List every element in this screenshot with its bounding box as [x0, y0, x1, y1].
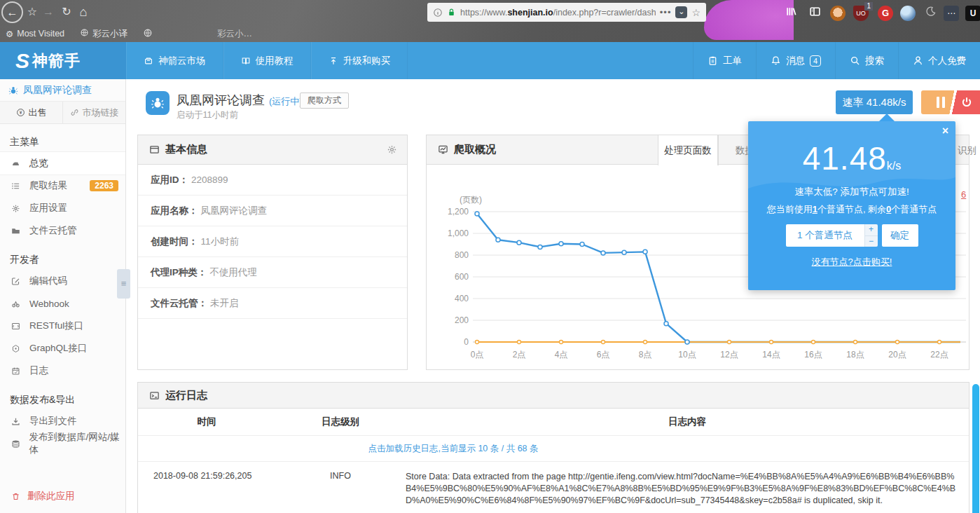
profile-icon: [913, 55, 923, 66]
pocket-icon[interactable]: ⌄: [675, 6, 687, 18]
sidebar-item-file-hosting[interactable]: 文件云托管: [0, 219, 125, 242]
sidebar-action-label: 市场链接: [83, 107, 119, 119]
info-value: 不使用代理: [209, 266, 257, 279]
reload-button[interactable]: ↻: [57, 3, 76, 21]
bookmarks-bar: ⚙Most Visited 彩云小译 彩云小…: [0, 25, 980, 42]
tab-recognition-partial[interactable]: 识别: [958, 144, 976, 157]
sidebar-item-settings[interactable]: 应用设置: [0, 197, 125, 219]
bookmark-globe[interactable]: [143, 28, 153, 40]
sidebar-section-title: 开发者: [0, 249, 125, 270]
gauge-icon: [11, 159, 22, 168]
monkey-icon[interactable]: [830, 6, 846, 21]
sidebar-toggle-icon[interactable]: [807, 6, 822, 21]
rate-button[interactable]: 速率 41.48k/s: [836, 90, 913, 114]
logo-text: 神箭手: [32, 50, 81, 71]
svg-text:18点: 18点: [846, 350, 864, 360]
app-logo[interactable]: S 神箭手: [0, 42, 126, 79]
crawl-method-button[interactable]: 爬取方式: [300, 93, 349, 109]
minus-button[interactable]: −: [865, 236, 878, 247]
sidebar-item-publish[interactable]: 发布到数据库/网站/媒体: [0, 432, 125, 455]
pause-icon[interactable]: [937, 97, 945, 108]
back-button[interactable]: ←: [1, 1, 23, 23]
sidebar-item-logs[interactable]: 日志: [0, 360, 125, 382]
scrollbar-thumb[interactable]: [972, 384, 979, 513]
rest-icon: [11, 322, 22, 331]
yen-icon: ¥: [16, 108, 25, 117]
buy-nodes-link[interactable]: 没有节点?点击购买!: [748, 256, 955, 268]
info-circle-icon[interactable]: [433, 8, 443, 18]
header-nav-label: 升级和购买: [343, 55, 391, 67]
node-count-input[interactable]: 1 个普通节点: [786, 224, 864, 247]
sidebar-action-market-link[interactable]: 市场链接: [63, 102, 125, 123]
sidebar-app-title: 凤凰网评论调查: [0, 79, 125, 102]
db-icon: [11, 439, 22, 449]
bookmark-caiyun[interactable]: 彩云小译: [80, 28, 127, 40]
header-right-label: 工单: [723, 55, 742, 67]
sidebar-item-results[interactable]: 爬取结果2263: [0, 175, 125, 197]
result-count-badge: 2263: [90, 180, 118, 191]
sidebar-collapse-handle[interactable]: ≡: [117, 269, 130, 299]
sidebar: 凤凰网评论调查 ¥出售市场链接 主菜单总览爬取结果2263应用设置文件云托管开发…: [0, 79, 126, 513]
col-level: 日志级别: [275, 416, 406, 428]
popup-hint: 速率太低? 添加节点可加速!: [748, 186, 955, 198]
info-label: 创建时间：: [151, 235, 198, 248]
star-icon[interactable]: ☆: [691, 7, 701, 18]
svg-text:20点: 20点: [888, 350, 906, 360]
page-actions-icon[interactable]: •••: [660, 7, 672, 18]
sidebar-item-webhook[interactable]: Webhook: [0, 292, 125, 315]
sidebar-item-restful[interactable]: RESTful接口: [0, 315, 125, 337]
globe-extension-icon[interactable]: [900, 6, 916, 21]
shield-icon[interactable]: UO1: [853, 6, 869, 21]
confirm-button[interactable]: 确定: [882, 224, 918, 247]
svg-text:2点: 2点: [513, 350, 526, 360]
bookmark-most-visited[interactable]: ⚙Most Visited: [6, 29, 64, 39]
log-column-headers: 时间 日志级别 日志内容: [138, 409, 969, 436]
info-value: 2208899: [191, 175, 228, 185]
plus-button[interactable]: +: [865, 224, 878, 236]
status-running: (运行中): [269, 96, 303, 107]
header-nav-upgrade[interactable]: 升级和购买: [311, 42, 408, 79]
sidebar-sections: 主菜单总览爬取结果2263应用设置文件云托管开发者编辑代码WebhookREST…: [0, 131, 125, 455]
u-box-icon[interactable]: U: [965, 6, 980, 21]
header-right-messages[interactable]: 消息4: [756, 42, 835, 79]
sidebar-item-delete[interactable]: 删除此应用: [0, 485, 125, 507]
sidebar-item-label: 爬取结果: [29, 179, 67, 192]
close-icon[interactable]: ×: [942, 125, 948, 137]
sidebar-action-sell[interactable]: ¥出售: [0, 102, 63, 123]
svg-text:8点: 8点: [639, 350, 652, 360]
home-button[interactable]: ⌂: [74, 3, 92, 21]
header-nav-market[interactable]: 神箭云市场: [126, 42, 223, 79]
upgrade-icon: [329, 56, 338, 66]
g-circle-icon[interactable]: G: [878, 6, 893, 21]
moon-icon[interactable]: [923, 6, 939, 21]
header-nav-tutorial[interactable]: 使用教程: [223, 42, 311, 79]
logo-s-icon: S: [15, 50, 29, 71]
sidebar-section-title: 数据发布&导出: [0, 389, 125, 410]
header-right-profile[interactable]: 个人免费: [898, 42, 980, 79]
side-number-link[interactable]: 6: [961, 189, 966, 200]
panel-gear-icon[interactable]: [387, 144, 397, 157]
chart-icon: [438, 144, 448, 155]
url-bar[interactable]: https://www.shenjian.io/index.php?r=craw…: [427, 3, 706, 22]
sidebar-item-edit-code[interactable]: 编辑代码: [0, 270, 125, 292]
power-icon[interactable]: [960, 96, 973, 111]
url-text[interactable]: https://www.shenjian.io/index.php?r=craw…: [460, 8, 656, 18]
header-nav-label: 神箭云市场: [158, 55, 206, 67]
sidebar-item-overview[interactable]: 总览: [0, 152, 125, 175]
sidebar-item-graphql[interactable]: GraphQL接口: [0, 337, 125, 360]
sidebar-item-label: 编辑代码: [29, 275, 67, 287]
rate-popup: × 41.48k/s 速率太低? 添加节点可加速! 您当前使用1个普通节点, 剩…: [748, 121, 955, 290]
sidebar-item-export-file[interactable]: 导出到文件: [0, 410, 125, 432]
header-right-search[interactable]: 搜索: [835, 42, 898, 79]
forward-button[interactable]: →: [39, 3, 57, 21]
pause-stop-buttons[interactable]: [921, 90, 980, 114]
ellipsis-box-icon[interactable]: ⋯: [944, 6, 959, 21]
browser-chrome: ← ☆ → ↻ ⌂ https://www.shenjian.io/index.…: [0, 0, 980, 42]
header-right-ticket[interactable]: 工单: [693, 42, 756, 79]
globe-icon: [143, 28, 153, 40]
basic-info-panel: 基本信息 应用ID：2208899应用名称：凤凰网评论调查创建时间：11小时前代…: [137, 135, 408, 370]
load-more-link[interactable]: 点击加载历史日志,当前显示 10 条 / 共 68 条: [138, 443, 768, 455]
bookmark-caiyun-short[interactable]: 彩云小…: [217, 28, 252, 40]
library-icon[interactable]: [783, 6, 799, 21]
tab-processed-pages[interactable]: 处理页面数: [658, 135, 718, 165]
